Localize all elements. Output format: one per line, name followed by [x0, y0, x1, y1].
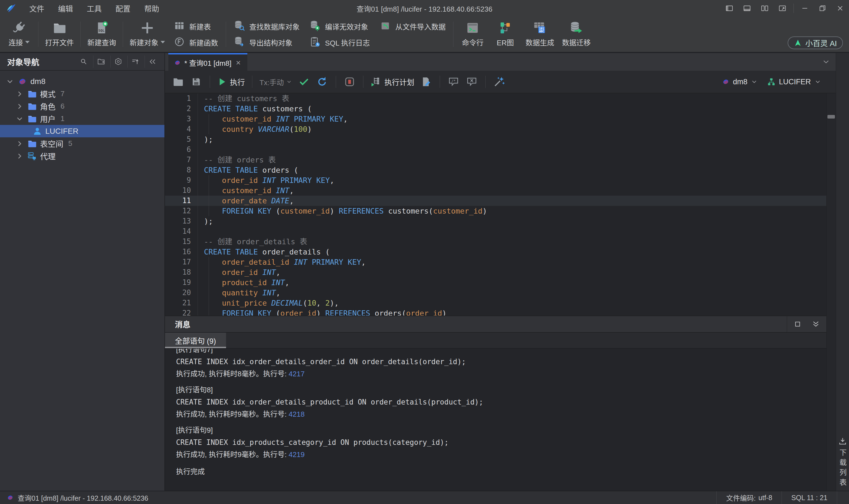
message-panel: 消息 全部语句 (9) [执行语句7]CREATE INDEX idx_orde…	[165, 316, 836, 491]
statement-sql: CREATE INDEX idx_products_category_id ON…	[176, 438, 825, 447]
schema-select[interactable]: LUCIFER	[767, 78, 821, 86]
execute-button[interactable]: 执行	[217, 76, 245, 87]
message-log[interactable]: [执行语句7]CREATE INDEX idx_order_details_or…	[165, 349, 836, 491]
close-button[interactable]	[831, 0, 849, 17]
code-line: 18 order_id INT,	[165, 267, 836, 277]
layout-split-button[interactable]	[756, 0, 774, 17]
chevron-down-icon[interactable]	[15, 114, 24, 123]
new-folder-button[interactable]	[93, 56, 109, 68]
export-structure-button[interactable]: 导出结构对象	[231, 35, 302, 50]
code-line: 10 customer_id INT,	[165, 185, 836, 196]
download-list-button[interactable]: 下载列表	[836, 437, 849, 488]
menu-file[interactable]: 文件	[24, 1, 49, 16]
data-migrate-button[interactable]: 数据迁移	[558, 17, 594, 52]
line-number: 6	[165, 145, 198, 155]
ai-assistant-label: 小百灵 AI	[805, 38, 837, 48]
message-panel-title: 消息	[175, 319, 787, 330]
tab-overflow-button[interactable]	[816, 53, 836, 71]
line-number: 4	[165, 124, 198, 134]
sql-log-button[interactable]: SQL 执行日志	[307, 35, 373, 50]
tx-mode-select[interactable]: Tx:手动	[259, 77, 292, 87]
new-table-label: 新建表	[189, 21, 211, 32]
toolbar-separator	[252, 76, 252, 88]
search-button[interactable]	[76, 56, 91, 68]
menu-edit[interactable]: 编辑	[53, 1, 78, 16]
new-function-button[interactable]: 新建函数	[171, 35, 221, 50]
save-button[interactable]	[190, 75, 203, 88]
data-generate-button[interactable]: 101ABC 数据生成	[522, 17, 558, 52]
settings-button[interactable]	[110, 56, 126, 68]
editor-scrollbar[interactable]	[826, 93, 836, 491]
folder-icon	[28, 89, 37, 98]
schema-icon	[767, 78, 776, 86]
find-db-object-label: 查找数据库对象	[249, 21, 300, 32]
chevron-right-icon[interactable]	[15, 102, 24, 111]
menu-help[interactable]: 帮助	[139, 1, 164, 16]
tree-item-schemas[interactable]: 模式 7	[0, 88, 164, 100]
layout-sidebar-button[interactable]	[721, 0, 738, 17]
tree-item-tablespaces[interactable]: 表空间 5	[0, 137, 164, 150]
tree-item-lucifer[interactable]: LUCIFER	[0, 125, 164, 137]
new-query-button[interactable]: SQL 新建查询	[84, 17, 120, 52]
right-dock: 下载列表	[836, 53, 849, 491]
minimize-button[interactable]	[796, 0, 814, 17]
import-data-button[interactable]: 从文件导入数据	[377, 19, 448, 34]
menu-tools[interactable]: 工具	[82, 1, 107, 16]
tree-item-users[interactable]: 用户 1	[0, 112, 164, 125]
collapse-panel-button[interactable]	[808, 318, 824, 330]
new-table-button[interactable]: 新建表	[171, 19, 221, 34]
window-controls	[721, 0, 849, 17]
connect-button[interactable]: 连接	[3, 17, 35, 52]
restore-button[interactable]	[814, 0, 831, 17]
tree-item-label: 角色	[40, 101, 56, 112]
tree-item-roles[interactable]: 角色 6	[0, 100, 164, 112]
line-number: 5	[165, 134, 198, 145]
collapse-panel-button[interactable]	[145, 56, 160, 68]
rollback-button[interactable]	[316, 75, 329, 88]
tab-query01[interactable]: * 查询01 [dm8] ×	[168, 53, 247, 71]
tree-item-agent[interactable]: 代理	[0, 150, 164, 162]
commit-button[interactable]	[297, 75, 310, 88]
ai-assistant-button[interactable]: 小百灵 AI	[788, 36, 843, 49]
editor-context: dm8 LUCIFER	[722, 78, 821, 86]
sort-button[interactable]	[127, 56, 143, 68]
layout-popout-button[interactable]	[774, 0, 791, 17]
menu-config[interactable]: 配置	[111, 1, 136, 16]
toolbar-divider	[226, 21, 226, 47]
tab-close-icon[interactable]: ×	[235, 58, 242, 68]
connection-select[interactable]: dm8	[722, 78, 758, 86]
maximize-panel-button[interactable]	[790, 318, 805, 330]
new-object-button[interactable]: 新建对象	[126, 17, 169, 52]
compile-invalid-button[interactable]: 编译无效对象	[307, 19, 373, 34]
chevron-down-icon[interactable]	[5, 77, 14, 86]
explain-plan-button[interactable]: 执行计划	[371, 76, 414, 87]
scrollbar-thumb[interactable]	[828, 115, 835, 119]
code-line: 21 unit_price DECIMAL(10, 2),	[165, 298, 836, 308]
add-comment-button[interactable]: /*	[447, 75, 460, 88]
export-result-button[interactable]	[420, 75, 433, 88]
sql-editor[interactable]: 1-- 创建 customers 表2CREATE TABLE customer…	[165, 93, 836, 316]
line-number: 10	[165, 185, 198, 196]
layout-panel-button[interactable]	[738, 0, 756, 17]
chevron-right-icon[interactable]	[15, 139, 24, 148]
message-blocks: [执行语句7]CREATE INDEX idx_order_details_or…	[176, 349, 825, 459]
chevron-right-icon[interactable]	[15, 90, 24, 98]
command-line-button[interactable]: 命令行	[456, 17, 489, 52]
dm8-logo-icon	[722, 78, 729, 86]
er-diagram-button[interactable]: ER图	[489, 17, 522, 52]
data-generate-label: 数据生成	[525, 37, 554, 47]
caret-down-icon	[25, 41, 30, 43]
stop-button[interactable]	[343, 75, 356, 88]
tree-item-dm8[interactable]: dm8	[0, 75, 164, 88]
find-db-object-button[interactable]: 查找数据库对象	[231, 19, 302, 34]
chevron-right-icon[interactable]	[15, 152, 24, 161]
tab-all-statements[interactable]: 全部语句 (9)	[165, 333, 226, 348]
open-file-button[interactable]: 打开文件	[41, 17, 78, 52]
statement-status: 执行成功, 执行耗时9毫秒。执行号: 4218	[176, 410, 825, 419]
format-sql-button[interactable]	[493, 75, 505, 88]
download-icon	[838, 437, 847, 446]
open-file-icon-button[interactable]	[171, 75, 184, 88]
code-text	[198, 145, 836, 155]
editor-toolbar: 执行 Tx:手动 执行计划 /*	[165, 71, 836, 93]
remove-comment-button[interactable]	[465, 75, 478, 88]
